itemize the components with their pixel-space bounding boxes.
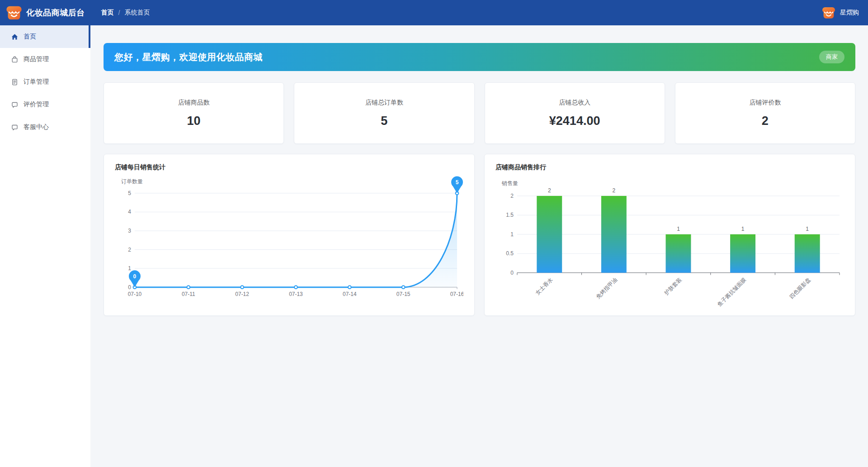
sidebar-nav: 首页 商品管理 订单管理 <box>0 25 90 467</box>
product-ranking-chart-card: 店铺商品销售排行 00.511.52销售量2女士香水2免烤指甲油1护肤套装1鱼子… <box>484 154 855 316</box>
svg-text:鱼子酱抗皱面膜: 鱼子酱抗皱面膜 <box>716 276 747 308</box>
app-logo-icon <box>5 4 23 21</box>
stat-card-review-count: 店铺评价数 2 <box>675 82 855 144</box>
svg-text:1: 1 <box>741 226 745 232</box>
svg-text:2: 2 <box>613 187 616 194</box>
daily-sales-line-chart: 01234507-1007-1107-1207-1307-1407-1507-1… <box>115 172 463 306</box>
svg-text:07-10: 07-10 <box>128 291 142 297</box>
svg-text:1: 1 <box>128 265 131 272</box>
svg-text:2: 2 <box>510 193 514 199</box>
svg-text:女士香水: 女士香水 <box>534 276 554 296</box>
app-title: 化妆品商城后台 <box>26 7 85 18</box>
sidebar-item-home[interactable]: 首页 <box>0 25 90 48</box>
svg-text:1: 1 <box>510 231 514 238</box>
sidebar-item-label: 客服中心 <box>24 123 49 131</box>
stat-value: 2 <box>762 114 769 128</box>
product-sales-bar-chart: 00.511.52销售量2女士香水2免烤指甲油1护肤套装1鱼子酱抗皱面膜1四色眼… <box>495 172 844 310</box>
breadcrumb-home[interactable]: 首页 <box>101 9 114 17</box>
charts-row: 店铺每日销售统计 01234507-1007-1107-1207-1307-14… <box>104 154 855 316</box>
main-content: 您好，星熠购，欢迎使用化妆品商城 商家 店铺商品数 10 店铺总订单数 5 店铺… <box>90 25 868 467</box>
role-badge: 商家 <box>819 51 844 63</box>
breadcrumb-current[interactable]: 系统首页 <box>124 9 150 17</box>
sidebar-item-label: 首页 <box>24 33 36 41</box>
review-chat-icon <box>11 101 19 109</box>
svg-text:07-14: 07-14 <box>343 291 357 297</box>
svg-text:07-12: 07-12 <box>235 291 249 297</box>
stat-value: 5 <box>381 114 387 128</box>
stat-label: 店铺总收入 <box>559 99 590 107</box>
stat-label: 店铺总订单数 <box>365 99 403 107</box>
svg-text:4: 4 <box>128 209 131 215</box>
svg-text:0.5: 0.5 <box>506 250 514 257</box>
svg-text:07-15: 07-15 <box>396 291 410 297</box>
svg-text:1.5: 1.5 <box>506 212 514 218</box>
sidebar-item-label: 商品管理 <box>24 55 49 63</box>
svg-text:07-16: 07-16 <box>450 291 463 297</box>
home-icon <box>11 33 19 41</box>
sidebar-item-label: 评价管理 <box>24 100 49 109</box>
user-name: 星熠购 <box>840 9 859 17</box>
daily-sales-chart-card: 店铺每日销售统计 01234507-1007-1107-1207-1307-14… <box>104 154 475 316</box>
svg-text:3: 3 <box>128 228 131 234</box>
user-menu[interactable]: 星熠购 <box>821 5 859 20</box>
breadcrumb-separator: / <box>118 9 120 16</box>
chart-title: 店铺商品销售排行 <box>495 163 844 172</box>
svg-text:07-11: 07-11 <box>182 291 195 297</box>
svg-text:5: 5 <box>456 179 459 186</box>
svg-text:0: 0 <box>128 284 131 291</box>
svg-text:0: 0 <box>510 270 514 276</box>
stat-label: 店铺评价数 <box>749 99 781 107</box>
svg-text:5: 5 <box>128 190 131 196</box>
svg-text:1: 1 <box>806 226 809 232</box>
stat-label: 店铺商品数 <box>178 99 210 107</box>
user-avatar <box>821 5 836 20</box>
svg-text:07-13: 07-13 <box>289 291 303 297</box>
sidebar-item-products[interactable]: 商品管理 <box>0 48 90 71</box>
welcome-banner: 您好，星熠购，欢迎使用化妆品商城 商家 <box>104 43 855 71</box>
stat-value: ¥2414.00 <box>549 114 600 128</box>
svg-text:四色眼影盘: 四色眼影盘 <box>788 276 812 300</box>
svg-text:护肤套装: 护肤套装 <box>663 276 683 296</box>
chart-title: 店铺每日销售统计 <box>115 163 463 172</box>
stat-card-total-revenue: 店铺总收入 ¥2414.00 <box>485 82 665 144</box>
svg-text:订单数量: 订单数量 <box>121 178 143 185</box>
sidebar-item-orders[interactable]: 订单管理 <box>0 71 90 93</box>
svg-text:0: 0 <box>133 273 137 280</box>
svg-text:2: 2 <box>548 187 551 194</box>
top-header: 化妆品商城后台 首页 / 系统首页 星熠购 <box>0 0 868 25</box>
svg-text:1: 1 <box>677 226 680 232</box>
svg-text:2: 2 <box>128 247 131 253</box>
sidebar-item-label: 订单管理 <box>24 78 49 86</box>
welcome-message: 您好，星熠购，欢迎使用化妆品商城 <box>114 51 263 63</box>
customer-service-icon <box>11 124 19 131</box>
svg-text:免烤指甲油: 免烤指甲油 <box>595 276 618 300</box>
order-document-icon <box>11 78 19 86</box>
shopping-bag-icon <box>11 56 19 63</box>
breadcrumb: 首页 / 系统首页 <box>101 9 150 17</box>
sidebar-item-customer-service[interactable]: 客服中心 <box>0 116 90 138</box>
stat-value: 10 <box>187 114 201 128</box>
stat-card-product-count: 店铺商品数 10 <box>104 82 284 144</box>
sidebar-item-reviews[interactable]: 评价管理 <box>0 93 90 116</box>
stats-row: 店铺商品数 10 店铺总订单数 5 店铺总收入 ¥2414.00 店铺评价数 2 <box>104 82 855 144</box>
svg-text:销售量: 销售量 <box>501 180 518 186</box>
stat-card-order-count: 店铺总订单数 5 <box>294 82 474 144</box>
